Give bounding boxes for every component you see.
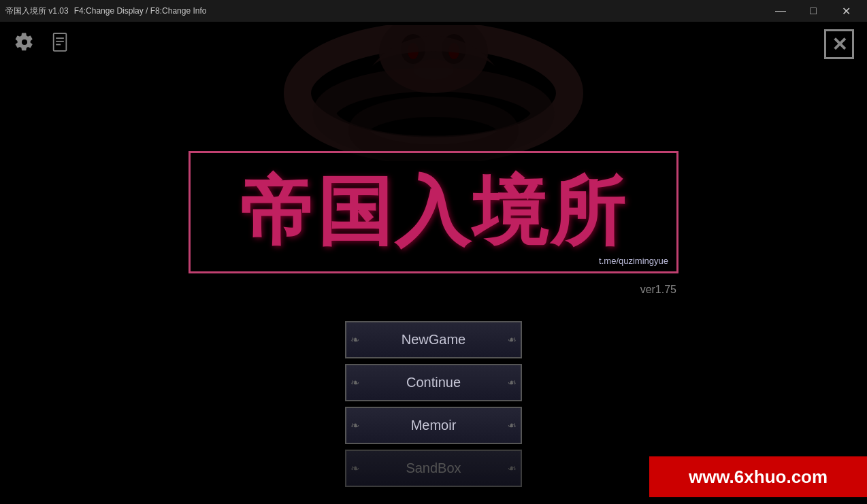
watermark-banner: www.6xhuo.com — [649, 456, 867, 497]
memoir-button-outer[interactable]: Memoir — [345, 407, 522, 444]
menu-buttons: NewGame Continue Memoir SandBox — [345, 321, 522, 487]
document-icon-button[interactable] — [46, 29, 73, 56]
memoir-button[interactable]: Memoir — [345, 407, 522, 444]
svg-point-12 — [359, 107, 508, 154]
app-name: 帝国入境所 v1.03 — [5, 5, 69, 17]
sandbox-button-outer[interactable]: SandBox — [345, 450, 522, 487]
new-game-label: NewGame — [402, 332, 465, 348]
title-bar-left: 帝国入境所 v1.03 F4:Change Display / F8:Chang… — [5, 5, 206, 17]
chinese-title: 帝国入境所 — [226, 168, 641, 256]
gear-icon — [15, 33, 34, 52]
document-icon — [52, 33, 68, 52]
x-box-icon: ✕ — [824, 29, 854, 59]
minimize-button[interactable]: — — [765, 0, 796, 22]
memoir-label: Memoir — [411, 418, 457, 433]
version-text: ver1.75 — [640, 284, 676, 296]
continue-button-outer[interactable]: Continue — [345, 364, 522, 401]
top-left-icons — [11, 29, 73, 56]
continue-label: Continue — [406, 375, 461, 390]
window-controls: — □ ✕ — [765, 0, 862, 22]
snake-svg — [270, 25, 597, 161]
continue-button[interactable]: Continue — [345, 364, 522, 401]
close-button[interactable]: ✕ — [830, 0, 862, 22]
new-game-button[interactable]: NewGame — [345, 321, 522, 358]
title-logo-inner: 帝国入境所 t.me/quzimingyue — [191, 153, 676, 271]
maximize-button[interactable]: □ — [798, 0, 829, 22]
title-bar: 帝国入境所 v1.03 F4:Change Display / F8:Chang… — [0, 0, 867, 22]
shortcut-hint: F4:Change Display / F8:Change Info — [74, 6, 207, 16]
sandbox-button[interactable]: SandBox — [345, 450, 522, 487]
new-game-button-outer[interactable]: NewGame — [345, 321, 522, 358]
telegram-link: t.me/quzimingyue — [599, 256, 668, 266]
watermark-text: www.6xhuo.com — [689, 467, 828, 488]
top-right-close[interactable]: ✕ — [822, 27, 856, 61]
game-area: ✕ 帝国入境所 t.me/quzimingyue ve — [0, 22, 867, 504]
svg-rect-0 — [54, 33, 67, 51]
settings-icon-button[interactable] — [11, 29, 38, 56]
title-logo-box: 帝国入境所 t.me/quzimingyue — [189, 151, 678, 273]
snake-background — [270, 25, 597, 161]
sandbox-label: SandBox — [406, 460, 461, 476]
